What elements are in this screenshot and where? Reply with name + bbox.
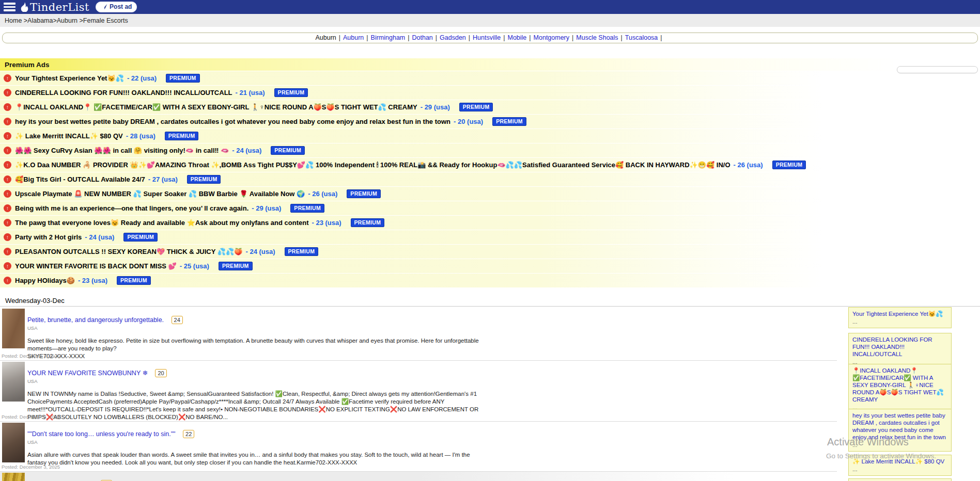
city-link-gadsden[interactable]: Gadsden [440, 34, 466, 41]
premium-ads-header: Premium Ads [0, 58, 980, 71]
premium-badge: PREMIUM [772, 161, 806, 169]
premium-ad-row: ↑ hey its your best wettes petite baby D… [0, 115, 980, 129]
listing-thumbnail[interactable] [2, 309, 25, 348]
premium-badge: PREMIUM [219, 262, 253, 270]
listing-thumbnail[interactable] [2, 423, 25, 462]
bump-up-icon: ↑ [4, 118, 11, 125]
listings: Petite, brunette, and dangerously unforg… [0, 308, 837, 481]
premium-badge: PREMIUM [347, 189, 381, 198]
listing-country: USA [27, 439, 837, 445]
sidebar-ad-title[interactable]: CINDERELLA LOOKING FOR FUN!!! OAKLAND!!!… [852, 336, 932, 357]
sidebar-ad-box[interactable] [848, 478, 952, 481]
premium-ad-title[interactable]: PLEASANTON OUTCALLS !! SEXY KOREAN💖 THIC… [15, 248, 242, 255]
date-divider [0, 306, 980, 307]
menu-icon[interactable] [4, 3, 15, 11]
premium-ad-row: ↑ YOUR WINTER FAVORITE IS BACK DONT MISS… [0, 259, 980, 273]
premium-badge: PREMIUM [166, 74, 200, 83]
city-nav-box: Auburn|Auburn|Birmingham|Dothan|Gadsden|… [2, 33, 978, 43]
listing-description: NEW IN TOWNMy name is Dallas !Seductive,… [27, 390, 482, 421]
listing-title[interactable]: YOUR NEW FAVORITE SNOWBUNNY ❄ [27, 370, 148, 377]
premium-ad-title[interactable]: 🥰Big Tits Girl - OUTCALL Available 24/7 [15, 175, 145, 183]
bump-up-icon: ↑ [4, 262, 11, 270]
bump-up-icon: ↑ [4, 132, 11, 140]
sidebar-ad-title[interactable]: 📍INCALL OAKLAND📍 ✅FACETIME/CAR✅ WITH A S… [852, 367, 944, 403]
site-logo[interactable]: TinderList [20, 1, 89, 13]
bump-up-icon: ↑ [4, 190, 11, 198]
listing-title[interactable]: Petite, brunette, and dangerously unforg… [27, 316, 164, 324]
bump-up-icon: ↑ [4, 147, 11, 154]
premium-badge: PREMIUM [492, 117, 526, 126]
premium-badge: PREMIUM [351, 218, 385, 227]
premium-ad-title[interactable]: CINDERELLA LOOKING FOR FUN!!! OAKLAND!!!… [15, 89, 232, 97]
premium-ad-title[interactable]: hey its your best wettes petite baby DRE… [15, 118, 450, 125]
bump-up-icon: ↑ [4, 204, 11, 212]
premium-ad-row: ↑ ✨ Lake Merritt INCALL✨ $80 QV - 28 (us… [0, 129, 980, 143]
age-badge: 20 [155, 369, 166, 377]
premium-badge: PREMIUM [123, 233, 158, 242]
bump-up-icon: ↑ [4, 89, 11, 97]
date-header: Wednesday-03-Dec [5, 297, 65, 304]
premium-ad-meta: - 20 (usa) [454, 118, 483, 125]
paper-plane-icon [101, 4, 107, 10]
premium-ad-title[interactable]: 🌺🌺 Sexy CuRvy Asian 🌺🌺 in call 🤗 visitin… [15, 147, 229, 154]
posted-date: Posted: December 3, 2025 [2, 414, 60, 420]
premium-ad-meta: - 21 (usa) [236, 89, 265, 97]
post-ad-button[interactable]: Post ad [96, 2, 137, 12]
premium-ad-title[interactable]: ✨ Lake Merritt INCALL✨ $80 QV [15, 132, 123, 140]
city-link-birmingham[interactable]: Birmingham [371, 34, 406, 41]
premium-ad-meta: - 24 (usa) [245, 248, 275, 255]
premium-ad-meta: - 23 (usa) [78, 277, 107, 284]
premium-ad-meta: - 26 (usa) [734, 161, 763, 169]
listing-thumbnail[interactable] [2, 473, 25, 481]
listing-thumbnail[interactable] [2, 362, 25, 402]
breadcrumb: Home >Alabama>Auburn >Female Escorts [0, 14, 980, 27]
city-link-huntsville[interactable]: Huntsville [473, 34, 501, 41]
premium-ad-title[interactable]: Party with 2 Hot girls [15, 233, 82, 241]
listing-description: Sweet like honey, bold like espresso. Pe… [27, 337, 482, 352]
sidebar-ad-box[interactable]: Your Tightest Experience Yet😼💦 ... [848, 307, 952, 328]
bump-up-icon: ↑ [4, 248, 11, 255]
list-item: ""Don't stare too long… unless you're re… [0, 422, 837, 472]
premium-badge: PREMIUM [285, 247, 319, 256]
premium-ad-title[interactable]: YOUR WINTER FAVORITE IS BACK DONT MISS 💕 [15, 262, 177, 270]
city-link-mobile[interactable]: Mobile [507, 34, 526, 41]
premium-ad-meta: - 27 (usa) [148, 175, 178, 183]
premium-ad-title[interactable]: Being with me is an experience—one that … [15, 204, 248, 212]
listing-title[interactable]: ""Don't stare too long… unless you're re… [27, 430, 176, 438]
filter-input[interactable] [897, 66, 978, 73]
activate-windows-watermark: Activate Windows [827, 436, 909, 448]
premium-ad-title[interactable]: ✨K.O Daa NUMBER 🦂 PROVIDER 👑✨💕AMAZING Th… [15, 161, 730, 169]
premium-ad-meta: - 28 (usa) [126, 132, 155, 140]
city-link-tuscaloosa[interactable]: Tuscaloosa [625, 34, 658, 41]
premium-badge: PREMIUM [271, 146, 305, 155]
sidebar-ad-title[interactable]: Your Tightest Experience Yet😼💦 [852, 311, 943, 317]
posted-date: Posted: December 3, 2025 [2, 464, 60, 470]
premium-ad-meta: - 24 (usa) [85, 233, 114, 241]
premium-badge: PREMIUM [165, 132, 199, 140]
premium-ad-title[interactable]: 📍INCALL OAKLAND📍 ✅FACETIME/CAR✅ WITH A S… [15, 103, 417, 111]
premium-ad-meta: - 29 (usa) [252, 204, 281, 212]
premium-ad-title[interactable]: Your Tightest Experience Yet😼💦 [15, 74, 124, 82]
premium-ad-title[interactable]: Happy HOlidays🍪 [15, 277, 75, 284]
city-link-montgomery[interactable]: Montgomery [534, 34, 569, 41]
premium-ad-meta: - 29 (usa) [421, 103, 450, 111]
city-link-auburn[interactable]: Auburn [343, 34, 364, 41]
sidebar-ad-ellipsis: ... [852, 318, 947, 325]
premium-ad-title[interactable]: The pawg that everyone loves😼 Ready and … [15, 219, 308, 227]
premium-ad-meta: - 22 (usa) [127, 74, 157, 82]
bump-up-icon: ↑ [4, 74, 11, 82]
premium-badge: PREMIUM [187, 175, 221, 184]
sidebar-ad-box[interactable]: 📍INCALL OAKLAND📍 ✅FACETIME/CAR✅ WITH A S… [848, 364, 952, 414]
city-link-dothan[interactable]: Dothan [412, 34, 433, 41]
activate-windows-settings-hint: Go to Settings to activate Windows. [826, 452, 936, 460]
premium-ad-meta: - 23 (usa) [312, 219, 341, 227]
top-bar: TinderList Post ad [0, 0, 980, 14]
sidebar-ad-box[interactable]: CINDERELLA LOOKING FOR FUN!!! OAKLAND!!!… [848, 333, 952, 368]
premium-badge: PREMIUM [459, 103, 493, 111]
city-link-muscle-shoals[interactable]: Muscle Shoals [576, 34, 618, 41]
premium-badge: PREMIUM [290, 204, 324, 213]
premium-ad-title[interactable]: Upscale Playmate 🚨 NEW NUMBER 💦 Super So… [15, 190, 305, 198]
premium-ad-row: ↑ 🥰Big Tits Girl - OUTCALL Available 24/… [0, 172, 980, 186]
premium-ad-row: ↑ 📍INCALL OAKLAND📍 ✅FACETIME/CAR✅ WITH A… [0, 100, 980, 114]
premium-badge: PREMIUM [117, 276, 151, 285]
